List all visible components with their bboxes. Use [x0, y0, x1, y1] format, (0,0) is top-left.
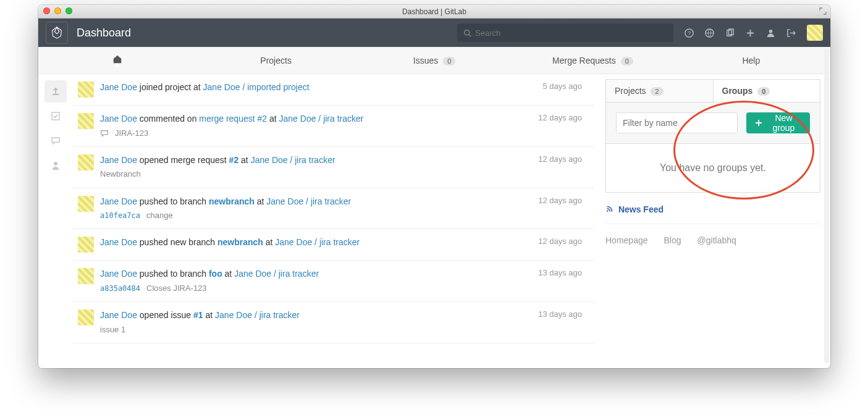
svg-point-10	[607, 211, 608, 212]
filter-input[interactable]	[616, 112, 738, 133]
footer-links: Homepage Blog @gitlabhq	[605, 235, 820, 245]
activity-event: Jane Doe joined project at Jane Doe / im…	[73, 74, 594, 106]
svg-text:?: ?	[688, 30, 691, 36]
rail-upload[interactable]	[44, 80, 67, 103]
rail-user[interactable]	[44, 154, 67, 177]
signout-icon[interactable]	[786, 28, 796, 38]
rss-icon	[605, 204, 616, 214]
event-project[interactable]: Jane Doe / jira tracker	[215, 310, 300, 320]
globe-icon[interactable]	[705, 28, 714, 38]
activity-event: Jane Doe opened issue #1 at Jane Doe / j…	[73, 302, 594, 343]
rail-comment[interactable]	[44, 130, 67, 152]
event-body: Jane Doe opened merge request #2 at Jane…	[100, 154, 594, 180]
event-sha[interactable]: a835a0484	[100, 284, 140, 294]
tab-help[interactable]: Help	[672, 56, 830, 65]
activity-event: Jane Doe pushed new branch newbranch at …	[73, 229, 594, 261]
user-icon[interactable]	[766, 28, 775, 38]
event-ref[interactable]: #1	[193, 310, 203, 320]
footer-blog[interactable]: Blog	[664, 235, 681, 245]
rail-check[interactable]	[44, 105, 67, 127]
copy-icon[interactable]	[725, 28, 735, 38]
event-body: Jane Doe opened issue #1 at Jane Doe / j…	[100, 309, 594, 335]
event-user[interactable]: Jane Doe	[100, 237, 137, 247]
news-feed-label: News Feed	[618, 204, 664, 214]
user-avatar[interactable]	[807, 25, 823, 41]
side-tab-projects[interactable]: Projects 2	[606, 80, 714, 102]
event-avatar[interactable]	[78, 309, 94, 326]
event-ref[interactable]: foo	[209, 269, 222, 279]
tab-issues-label: Issues	[413, 56, 438, 65]
gitlab-logo[interactable]	[46, 22, 68, 44]
search-box[interactable]	[457, 23, 673, 42]
search-input[interactable]	[475, 28, 667, 38]
event-project[interactable]: Jane Doe / jira tracker	[275, 237, 360, 247]
event-user[interactable]: Jane Doe	[100, 310, 137, 320]
event-body: Jane Doe commented on merge request #2 a…	[100, 113, 594, 139]
side-tabs: Projects 2 Groups 0	[605, 79, 820, 103]
event-meta: JIRA-123	[100, 128, 594, 139]
mr-count: 0	[621, 57, 633, 65]
navbar: Dashboard ?	[38, 19, 830, 47]
event-user[interactable]: Jane Doe	[100, 155, 137, 165]
search-icon	[463, 29, 471, 37]
event-meta-text: JIRA-123	[115, 128, 148, 139]
traffic-lights	[43, 7, 72, 14]
event-ref[interactable]: #2	[229, 155, 239, 165]
zoom-window[interactable]	[65, 7, 72, 14]
fullscreen-icon[interactable]	[819, 7, 827, 15]
event-time: 13 days ago	[538, 309, 582, 319]
event-time: 12 days ago	[538, 237, 582, 246]
event-time: 13 days ago	[538, 268, 582, 277]
event-meta: a10fea7cachange	[100, 210, 594, 221]
event-avatar[interactable]	[78, 196, 94, 212]
close-window[interactable]	[43, 7, 50, 14]
activity-event: Jane Doe pushed to branch newbranch at J…	[73, 188, 594, 230]
help-icon[interactable]: ?	[685, 28, 694, 38]
event-avatar[interactable]	[78, 268, 94, 284]
tab-issues[interactable]: Issues 0	[355, 56, 513, 65]
footer-homepage[interactable]: Homepage	[605, 235, 648, 245]
activity-event: Jane Doe opened merge request #2 at Jane…	[73, 147, 594, 188]
event-sha[interactable]: a10fea7ca	[100, 211, 140, 221]
scrollbar[interactable]	[824, 48, 829, 363]
event-ref[interactable]: newbranch	[209, 196, 255, 206]
event-project[interactable]: Jane Doe / jira tracker	[251, 155, 335, 165]
projects-count: 2	[651, 87, 663, 96]
event-project[interactable]: Jane Doe / jira tracker	[279, 114, 364, 124]
tab-projects[interactable]: Projects	[196, 56, 355, 65]
side-tab-groups-label: Groups	[722, 86, 753, 96]
event-user[interactable]: Jane Doe	[100, 196, 137, 206]
event-project[interactable]: Jane Doe / jira tracker	[266, 196, 351, 206]
event-ref[interactable]: merge request #2	[199, 114, 267, 124]
event-avatar[interactable]	[78, 237, 94, 253]
left-rail	[38, 74, 73, 368]
footer-twitter[interactable]: @gitlabhq	[697, 235, 736, 245]
side-tab-projects-label: Projects	[615, 86, 646, 96]
minimize-window[interactable]	[54, 7, 61, 14]
comment-icon	[100, 129, 109, 138]
event-avatar[interactable]	[78, 82, 94, 98]
event-avatar[interactable]	[78, 113, 94, 129]
event-user[interactable]: Jane Doe	[100, 269, 137, 279]
event-meta-text: change	[146, 210, 173, 221]
new-group-button[interactable]: New group	[746, 112, 810, 133]
event-user[interactable]: Jane Doe	[100, 114, 137, 124]
window-title: Dashboard | GitLab	[402, 7, 466, 16]
event-project[interactable]: Jane Doe / jira tracker	[234, 269, 319, 279]
event-meta-text: Newbranch	[100, 169, 141, 180]
side-tab-groups[interactable]: Groups 0	[714, 80, 820, 102]
event-meta: issue 1	[100, 324, 594, 335]
news-feed-link[interactable]: News Feed	[605, 204, 820, 224]
event-user[interactable]: Jane Doe	[100, 82, 137, 92]
tab-home[interactable]	[38, 54, 196, 67]
event-ref[interactable]: newbranch	[217, 237, 263, 247]
activity-event: Jane Doe pushed to branch foo at Jane Do…	[73, 261, 594, 302]
plus-icon[interactable]	[746, 28, 755, 38]
tab-projects-label: Projects	[260, 56, 292, 65]
event-avatar[interactable]	[78, 154, 94, 170]
event-body: Jane Doe pushed new branch newbranch at …	[100, 237, 594, 253]
tab-merge-requests[interactable]: Merge Requests 0	[513, 56, 672, 65]
event-project[interactable]: Jane Doe / imported project	[203, 82, 310, 92]
page-title: Dashboard	[77, 27, 131, 40]
svg-point-9	[54, 162, 57, 166]
